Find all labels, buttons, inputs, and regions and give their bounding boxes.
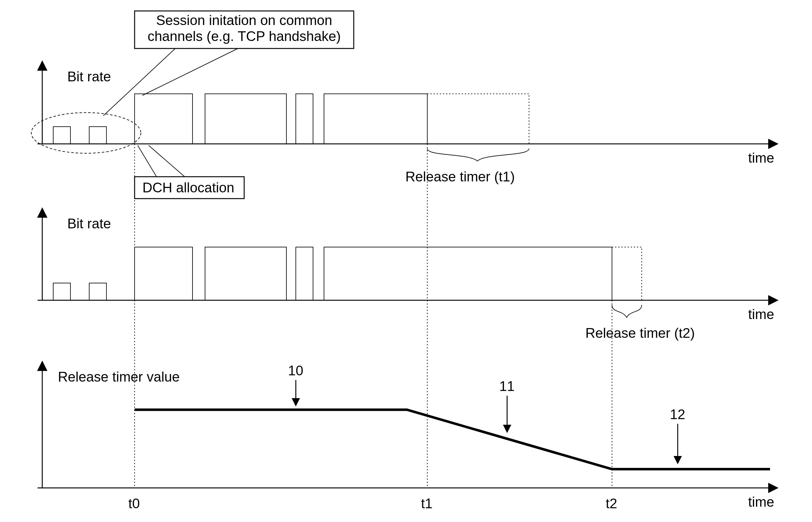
plot1-release-window	[427, 94, 529, 144]
callout-leader-2	[142, 48, 238, 95]
callout-dch-allocation: DCH allocation	[142, 180, 234, 195]
plot2-release-brace	[612, 305, 642, 318]
plot2-pulse-1	[53, 283, 71, 300]
plot2-block-3	[296, 247, 313, 300]
plot2-release-label: Release timer (t2)	[585, 325, 695, 341]
plot3-y-label: Release timer value	[58, 369, 180, 384]
plot3-x-label: time	[748, 494, 774, 509]
plot1-block-2	[205, 94, 286, 144]
plot2-block-2	[205, 247, 286, 300]
plot1-block-4	[324, 94, 427, 144]
callout-leader-1	[103, 48, 175, 116]
tick-t1: t1	[421, 496, 432, 511]
callout-session-init: Session initation on commonchannels (e.g…	[138, 13, 351, 44]
callout-dch-leader-2	[149, 145, 185, 177]
pointer-10-label: 10	[288, 363, 303, 378]
plot1-release-brace	[427, 148, 529, 161]
plot2-pulse-2	[89, 283, 107, 300]
plot1-pulse-1	[53, 127, 71, 144]
plot2-block-4	[324, 247, 612, 300]
plot2-y-label: Bit rate	[67, 216, 111, 231]
tick-t2: t2	[606, 496, 617, 511]
plot1-release-label: Release timer (t1)	[405, 169, 515, 184]
plot1-block-1	[135, 94, 193, 144]
plot1-x-label: time	[748, 150, 774, 165]
plot1-block-3	[296, 94, 313, 144]
plot2-block-1	[135, 247, 193, 300]
plot1-y-label: Bit rate	[67, 69, 111, 84]
plot1-pulse-2	[89, 127, 107, 144]
pointer-11-label: 11	[499, 378, 515, 394]
tick-t0: t0	[128, 496, 140, 511]
plot2-release-window	[612, 247, 642, 300]
pointer-12-label: 12	[670, 407, 685, 422]
plot2-x-label: time	[748, 306, 774, 322]
session-init-ellipse	[31, 113, 141, 153]
